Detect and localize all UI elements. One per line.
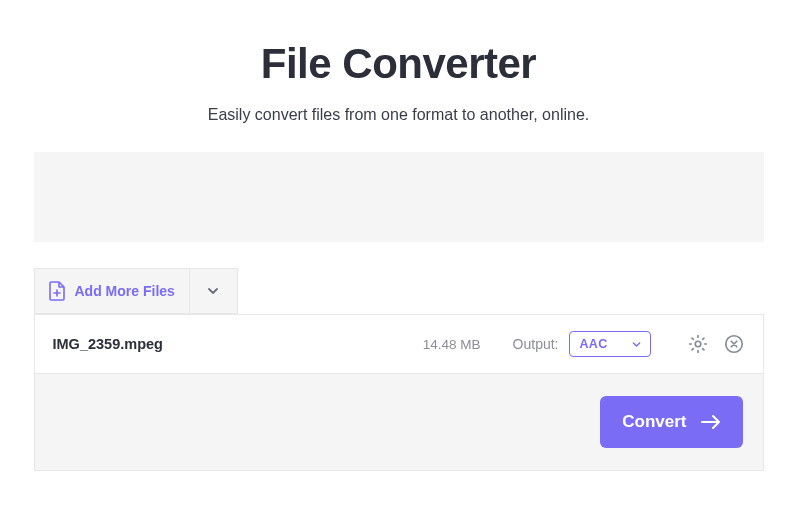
remove-file-button[interactable]: [723, 333, 745, 355]
convert-button-label: Convert: [622, 412, 686, 432]
chevron-down-icon: [631, 339, 642, 350]
page-title: File Converter: [0, 40, 797, 88]
file-plus-icon: [49, 281, 65, 301]
file-row: IMG_2359.mpeg 14.48 MB Output: AAC: [34, 314, 764, 374]
output-label: Output:: [513, 336, 559, 352]
convert-button[interactable]: Convert: [600, 396, 742, 448]
add-more-files-label: Add More Files: [75, 283, 175, 299]
close-circle-icon: [723, 333, 745, 355]
settings-button[interactable]: [687, 333, 709, 355]
file-size: 14.48 MB: [423, 337, 481, 352]
arrow-right-icon: [701, 414, 721, 430]
file-name: IMG_2359.mpeg: [53, 336, 163, 352]
add-more-files-dropdown[interactable]: [190, 268, 238, 314]
add-more-files-button[interactable]: Add More Files: [34, 268, 190, 314]
gear-icon: [687, 333, 709, 355]
output-format-select[interactable]: AAC: [569, 331, 651, 357]
dropzone[interactable]: [34, 152, 764, 242]
chevron-down-icon: [206, 284, 220, 298]
output-format-value: AAC: [580, 337, 608, 351]
svg-point-0: [695, 341, 701, 347]
page-subtitle: Easily convert files from one format to …: [0, 106, 797, 124]
